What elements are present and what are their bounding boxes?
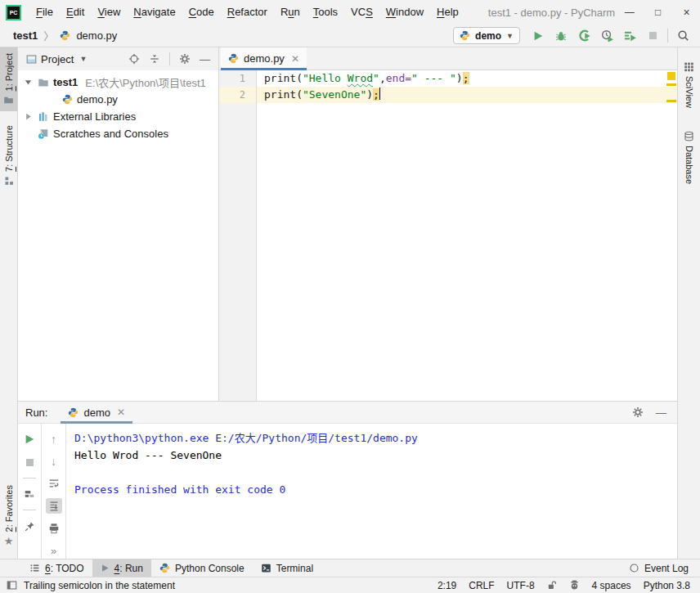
event-log-button[interactable]: Event Log (629, 563, 700, 574)
chevron-down-icon[interactable]: ▼ (79, 55, 87, 63)
chevron-right-icon[interactable] (23, 112, 34, 121)
menu-vcs[interactable]: VCS (344, 0, 379, 25)
menu-navigate[interactable]: Navigate (127, 0, 182, 25)
hide-panel-icon[interactable]: — (656, 407, 666, 418)
project-panel-header: Project ▼ — (18, 47, 218, 70)
run-console[interactable]: D:\python3\python.exe E:/农大/Python/项目/te… (66, 424, 677, 559)
tool-button-label: SciView (684, 76, 694, 108)
tree-item-demo-py[interactable]: demo.py (18, 91, 218, 108)
run-toolbar-right: ↑↓» (42, 424, 65, 559)
printer-icon[interactable] (46, 520, 62, 536)
editor-tab-label: demo.py (244, 52, 285, 65)
tool-button-label: 7: Structure (4, 125, 14, 172)
run-tab-label: demo (83, 407, 110, 419)
tool-button-2-favorites[interactable]: 2: Favorites★ (0, 479, 17, 552)
warning-stripe-mark[interactable] (666, 83, 676, 86)
close-tab-icon[interactable]: ✕ (291, 53, 299, 65)
rerun-icon[interactable] (21, 431, 38, 447)
coverage-icon[interactable] (577, 29, 591, 43)
code-token: "SevenOne" (303, 88, 366, 101)
code-token: "Hello (303, 72, 348, 84)
run-tab-demo[interactable]: demo ✕ (61, 402, 132, 423)
close-tab-icon[interactable]: ✕ (117, 407, 125, 418)
lock-icon[interactable] (547, 580, 557, 591)
hide-panel-icon[interactable]: — (200, 54, 210, 65)
tool-button-label: 2: Favorites (4, 485, 14, 532)
project-panel-title[interactable]: Project (41, 53, 74, 65)
editor-tab-demo-py[interactable]: demo.py ✕ (221, 47, 307, 70)
scrollend-icon[interactable] (46, 498, 62, 514)
more-icon[interactable]: » (46, 543, 62, 559)
down-icon[interactable]: ↓ (46, 453, 62, 469)
file-encoding[interactable]: UTF-8 (507, 580, 535, 591)
code-editor[interactable]: print("Hello Wrod",end=" --- ");print("S… (257, 70, 677, 401)
menu-window[interactable]: Window (379, 0, 430, 25)
up-icon[interactable]: ↑ (46, 431, 62, 447)
code-token: ; (373, 88, 379, 101)
menu-help[interactable]: Help (430, 0, 465, 25)
code-token: ) (456, 72, 463, 84)
stop-icon[interactable] (645, 29, 660, 43)
menu-edit[interactable]: Edit (60, 0, 91, 25)
hector-inspector-icon[interactable] (569, 580, 580, 591)
search-everywhere-icon[interactable] (675, 29, 690, 43)
run-icon[interactable] (531, 29, 545, 43)
menu-refactor[interactable]: Refactor (221, 0, 274, 25)
inspection-indicator[interactable] (667, 72, 675, 80)
tool-button-7-structure[interactable]: 7: Structure (0, 119, 17, 191)
profiler-icon[interactable] (599, 29, 614, 43)
run-toolbar-left (18, 424, 42, 559)
editor-tab-bar: demo.py ✕ (219, 47, 677, 70)
status-message: Trailing semicolon in the statement (24, 580, 175, 591)
maximize-icon[interactable]: □ (644, 0, 672, 25)
python-interpreter[interactable]: Python 3.8 (644, 580, 690, 591)
tool-tab-label: 4: Run (114, 563, 143, 574)
menu-run[interactable]: Run (274, 0, 307, 25)
settings-gear-icon[interactable] (632, 407, 644, 418)
left-strip-bottom: 2: Favorites★ (0, 479, 17, 559)
minimize-icon[interactable]: — (615, 0, 644, 25)
close-icon[interactable]: × (672, 0, 700, 25)
caret-position[interactable]: 2:19 (438, 580, 456, 591)
tool-button-sciview[interactable]: SciView (678, 56, 700, 114)
tool-tab-terminal[interactable]: Terminal (253, 559, 321, 577)
warning-stripe-mark[interactable] (666, 100, 676, 102)
run-configuration-select[interactable]: demo ▼ (453, 27, 520, 44)
menu-tools[interactable]: Tools (307, 0, 344, 25)
tree-item-scratches-and-consoles[interactable]: Scratches and Consoles (18, 125, 218, 142)
breadcrumb-project[interactable]: test1 (13, 29, 38, 42)
tool-tab-4-run[interactable]: 4: Run (92, 559, 151, 577)
softwrap-icon[interactable] (46, 476, 62, 492)
tree-item-external-libraries[interactable]: External Libraries (18, 108, 218, 125)
menu-view[interactable]: View (91, 0, 127, 25)
concurrency-icon[interactable] (622, 29, 637, 43)
line-separator[interactable]: CRLF (469, 580, 494, 591)
debug-icon[interactable] (554, 29, 568, 43)
text-caret (379, 88, 381, 100)
toggle-toolwindows-icon[interactable] (7, 580, 17, 591)
tool-button-1-project[interactable]: 1: Project (0, 47, 17, 111)
tool-tab-6-todo[interactable]: 6: TODO (21, 559, 92, 577)
breadcrumb: test1 〉 demo.py (13, 28, 117, 43)
tool-tab-python-console[interactable]: Python Console (151, 559, 253, 577)
pin-icon[interactable] (21, 518, 38, 534)
stop-icon[interactable] (21, 454, 38, 470)
python-icon (62, 94, 73, 105)
code-line[interactable]: print("SevenOne"); (257, 87, 677, 103)
tool-button-database[interactable]: Database (678, 125, 700, 190)
console-line (74, 464, 677, 481)
console-line: Hello Wrod --- SevenOne (74, 447, 677, 464)
breadcrumb-file[interactable]: demo.py (76, 29, 117, 42)
settings-gear-icon[interactable] (179, 53, 191, 65)
indent-info[interactable]: 4 spaces (592, 580, 631, 591)
breadcrumb-separator-icon: 〉 (43, 28, 54, 43)
layout-icon[interactable] (21, 486, 38, 502)
locate-file-icon[interactable] (128, 53, 140, 65)
code-line[interactable]: print("Hello Wrod",end=" --- "); (257, 70, 677, 87)
tree-item-test1[interactable]: test1E:\农大\Python\项目\test1 (18, 74, 218, 91)
gutter-line-number: 1 (219, 70, 256, 87)
menu-code[interactable]: Code (182, 0, 221, 25)
chevron-down-icon[interactable] (23, 78, 34, 87)
menu-file[interactable]: File (29, 0, 60, 25)
collapse-all-icon[interactable] (149, 53, 160, 65)
